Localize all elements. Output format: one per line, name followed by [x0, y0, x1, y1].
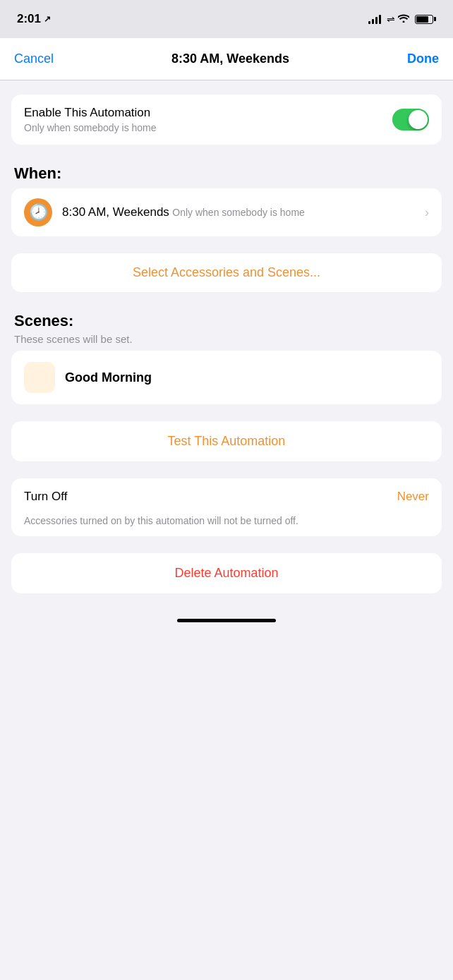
scenes-section: Scenes: These scenes will be set. 🌅 🏠 Go… [11, 309, 442, 404]
select-accessories-card[interactable]: Select Accessories and Scenes... [11, 253, 442, 292]
turn-off-value: Never [397, 490, 429, 504]
when-card[interactable]: 🕗 8:30 AM, Weekends Only when somebody i… [11, 188, 442, 236]
content: Enable This Automation Only when somebod… [0, 80, 453, 607]
enable-row: Enable This Automation Only when somebod… [11, 95, 442, 145]
when-section: When: 🕗 8:30 AM, Weekends Only when some… [11, 162, 442, 236]
home-indicator [0, 607, 453, 628]
delete-automation-label: Delete Automation [174, 566, 278, 580]
scenes-card: 🌅 🏠 Good Morning [11, 351, 442, 404]
home-bar [177, 619, 276, 622]
select-accessories-label: Select Accessories and Scenes... [133, 265, 320, 279]
status-time: 2:01 ↗ [17, 12, 51, 26]
status-bar: 2:01 ↗ ⇌ [0, 0, 453, 38]
done-button[interactable]: Done [407, 52, 439, 66]
turn-off-label: Turn Off [24, 490, 67, 504]
clock-face: 🕗 [29, 203, 48, 222]
status-icons: ⇌ [368, 13, 436, 25]
toggle-knob [409, 110, 428, 129]
cancel-button[interactable]: Cancel [14, 52, 54, 66]
location-icon: ↗ [44, 14, 51, 24]
scene-name: Good Morning [65, 370, 152, 385]
enable-title: Enable This Automation [24, 106, 157, 120]
time-label: 2:01 [17, 12, 41, 26]
enable-automation-card: Enable This Automation Only when somebod… [11, 95, 442, 145]
test-automation-card[interactable]: Test This Automation [11, 421, 442, 461]
turn-off-card[interactable]: Turn Off Never Accessories turned on by … [11, 478, 442, 536]
clock-icon: 🕗 [24, 198, 52, 226]
when-time: 8:30 AM, Weekends [62, 205, 169, 219]
turn-off-description: Accessories turned on by this automation… [11, 515, 442, 536]
turn-off-row[interactable]: Turn Off Never [11, 478, 442, 515]
test-automation-button[interactable]: Test This Automation [11, 421, 442, 461]
delete-automation-card[interactable]: Delete Automation [11, 553, 442, 593]
chevron-right-icon: › [425, 205, 429, 220]
when-subtitle: Only when somebody is home [172, 207, 305, 218]
nav-title: 8:30 AM, Weekends [171, 52, 289, 66]
scenes-section-title: Scenes: [14, 312, 73, 329]
delete-automation-button[interactable]: Delete Automation [11, 553, 442, 593]
test-automation-label: Test This Automation [168, 434, 286, 448]
battery-icon [415, 15, 436, 24]
nav-bar: Cancel 8:30 AM, Weekends Done [0, 38, 453, 80]
enable-text-group: Enable This Automation Only when somebod… [24, 106, 157, 133]
when-row[interactable]: 🕗 8:30 AM, Weekends Only when somebody i… [11, 188, 442, 236]
when-section-title: When: [14, 164, 61, 182]
enable-subtitle: Only when somebody is home [24, 122, 157, 133]
wifi-icon: ⇌ [387, 13, 409, 25]
svg-rect-0 [24, 362, 55, 393]
when-section-header: When: [11, 162, 442, 188]
scenes-section-header: Scenes: These scenes will be set. [11, 309, 442, 351]
enable-toggle[interactable] [392, 109, 429, 131]
signal-icon [368, 14, 381, 24]
scene-icon: 🌅 🏠 [24, 362, 55, 393]
scene-row: 🌅 🏠 Good Morning [11, 351, 442, 404]
when-text-group: 8:30 AM, Weekends Only when somebody is … [62, 205, 415, 219]
select-accessories-button[interactable]: Select Accessories and Scenes... [11, 253, 442, 292]
scenes-section-subtitle: These scenes will be set. [14, 333, 439, 345]
